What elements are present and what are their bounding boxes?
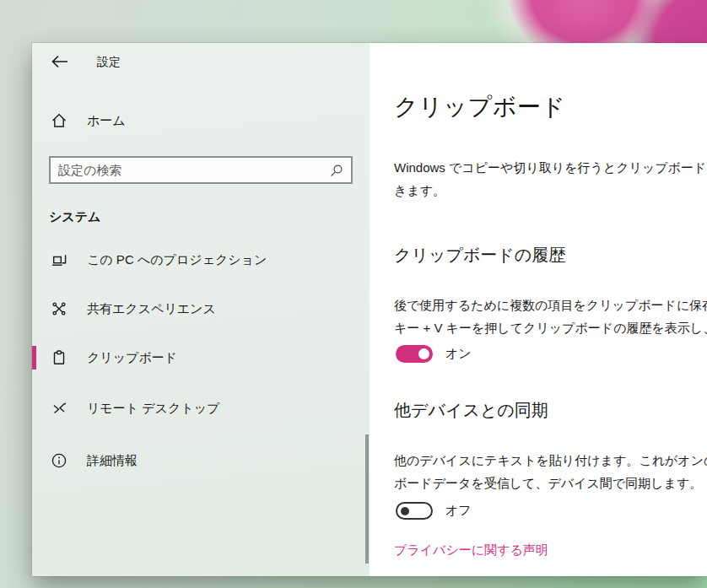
sidebar: 設定 ホーム システム bbox=[32, 43, 370, 576]
intro-line: きます。 bbox=[394, 179, 707, 202]
sidebar-item-remote-desktop[interactable]: リモート デスクトップ bbox=[32, 391, 370, 425]
intro-line: Windows でコピーや切り取りを行うとクリップボードにコ bbox=[394, 156, 707, 179]
sidebar-item-label: 詳細情報 bbox=[87, 453, 138, 469]
sidebar-item-label: リモート デスクトップ bbox=[87, 401, 219, 417]
projection-icon bbox=[51, 251, 67, 268]
toggle-state-label: オフ bbox=[445, 503, 472, 519]
clipboard-history-toggle[interactable]: オン bbox=[396, 345, 472, 363]
section-description: 後で使用するために複数の項目をクリップボードに保存 キー + V キーを押してク… bbox=[394, 294, 707, 339]
description-line: 後で使用するために複数の項目をクリップボードに保存 bbox=[394, 294, 707, 316]
desktop: { "accent_color": "#d2307f", "window": {… bbox=[0, 0, 707, 588]
section-heading-clipboard-history: クリップボードの履歴 bbox=[394, 244, 565, 267]
page-title: クリップボード bbox=[394, 91, 565, 123]
sync-across-devices-toggle[interactable]: オフ bbox=[396, 502, 472, 520]
toggle-knob bbox=[418, 348, 429, 359]
search-box bbox=[49, 156, 353, 184]
toggle-switch-off[interactable] bbox=[396, 502, 433, 520]
sidebar-section-header: システム bbox=[49, 209, 100, 225]
share-icon bbox=[51, 300, 67, 317]
sidebar-item-projecting-to-this-pc[interactable]: この PC へのプロジェクション bbox=[32, 243, 370, 277]
toggle-state-label: オン bbox=[445, 346, 472, 362]
home-icon bbox=[51, 112, 67, 129]
clipboard-icon bbox=[51, 349, 67, 366]
sidebar-item-label: 共有エクスペリエンス bbox=[87, 301, 216, 317]
back-button[interactable] bbox=[51, 53, 69, 70]
sidebar-scrollbar[interactable] bbox=[365, 434, 369, 564]
sidebar-item-label: クリップボード bbox=[87, 350, 177, 366]
info-icon bbox=[51, 452, 67, 469]
sidebar-item-label: この PC へのプロジェクション bbox=[87, 252, 267, 268]
content-pane: クリップボード Windows でコピーや切り取りを行うとクリップボードにコ き… bbox=[370, 43, 707, 576]
settings-window: 設定 ホーム システム bbox=[32, 43, 707, 576]
description-line: キー + V キーを押してクリップボードの履歴を表示し、その bbox=[394, 316, 707, 339]
app-title: 設定 bbox=[97, 55, 121, 70]
privacy-statement-link[interactable]: プライバシーに関する声明 bbox=[394, 542, 548, 558]
section-heading-sync-across-devices: 他デバイスとの同期 bbox=[394, 399, 548, 422]
remote-desktop-icon bbox=[51, 400, 67, 417]
sidebar-item-label: ホーム bbox=[87, 113, 126, 129]
search-input[interactable] bbox=[51, 163, 330, 177]
sidebar-item-about[interactable]: 詳細情報 bbox=[32, 444, 370, 477]
search-icon bbox=[330, 164, 343, 177]
section-description: 他のデバイスにテキストを貼り付けます。これがオンの場合 ボードデータを受信して、… bbox=[394, 449, 707, 494]
sidebar-item-shared-experiences[interactable]: 共有エクスペリエンス bbox=[32, 292, 370, 326]
description-line: ボードデータを受信して、デバイス間で同期します。 bbox=[394, 472, 707, 494]
sidebar-item-clipboard[interactable]: クリップボード bbox=[32, 341, 370, 375]
page-intro: Windows でコピーや切り取りを行うとクリップボードにコ きます。 bbox=[394, 156, 707, 202]
toggle-switch-on[interactable] bbox=[396, 345, 433, 363]
selected-indicator bbox=[32, 346, 36, 370]
back-arrow-icon bbox=[51, 58, 69, 73]
description-line: 他のデバイスにテキストを貼り付けます。これがオンの場合 bbox=[394, 449, 707, 472]
sidebar-item-home[interactable]: ホーム bbox=[51, 111, 126, 131]
toggle-knob bbox=[401, 507, 409, 515]
